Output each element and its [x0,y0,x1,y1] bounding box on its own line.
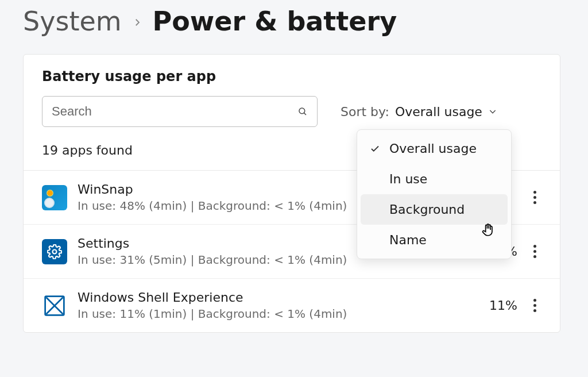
sort-by-dropdown[interactable]: Sort by: Overall usage [341,105,497,119]
more-options-button[interactable] [528,299,541,312]
svg-line-1 [304,113,306,115]
search-input[interactable] [52,104,297,119]
breadcrumb-parent[interactable]: System [23,6,122,37]
battery-usage-card: Battery usage per app Sort by: Overall u… [23,54,560,333]
app-icon-winsnap [42,185,67,210]
more-options-button[interactable] [528,191,541,204]
search-box[interactable] [42,96,318,127]
sort-flyout: Overall usage In use Background Name [357,129,512,259]
breadcrumb: System Power & battery [23,6,560,37]
app-name: Windows Shell Experience [78,290,473,305]
check-icon [370,144,380,154]
sort-option-label: In use [389,172,427,186]
sort-option-overall-usage[interactable]: Overall usage [361,133,508,164]
section-title: Battery usage per app [24,68,560,96]
sort-option-label: Name [389,233,427,247]
svg-point-2 [53,249,57,253]
sort-value: Overall usage [395,105,482,119]
check-placeholder [370,205,380,215]
app-percent: 11% [483,298,517,313]
app-icon-settings [42,239,67,264]
app-row[interactable]: Windows Shell Experience In use: 11% (1m… [24,279,560,332]
check-placeholder [370,174,380,184]
app-detail: In use: 11% (1min) | Background: < 1% (4… [78,307,473,321]
app-icon-shell [42,293,67,318]
sort-option-background[interactable]: Background [361,194,508,225]
sort-option-in-use[interactable]: In use [361,164,508,194]
gear-icon [47,244,62,259]
search-icon [297,106,308,117]
chevron-down-icon [488,107,497,116]
sort-label: Sort by: [341,105,389,119]
cursor-hand-icon [481,222,496,237]
chevron-right-icon [132,10,142,32]
svg-point-0 [299,108,305,114]
check-placeholder [370,235,380,245]
sort-option-label: Overall usage [389,141,477,156]
sort-option-label: Background [389,202,465,217]
more-options-button[interactable] [528,245,541,258]
page-title: Power & battery [153,6,397,37]
